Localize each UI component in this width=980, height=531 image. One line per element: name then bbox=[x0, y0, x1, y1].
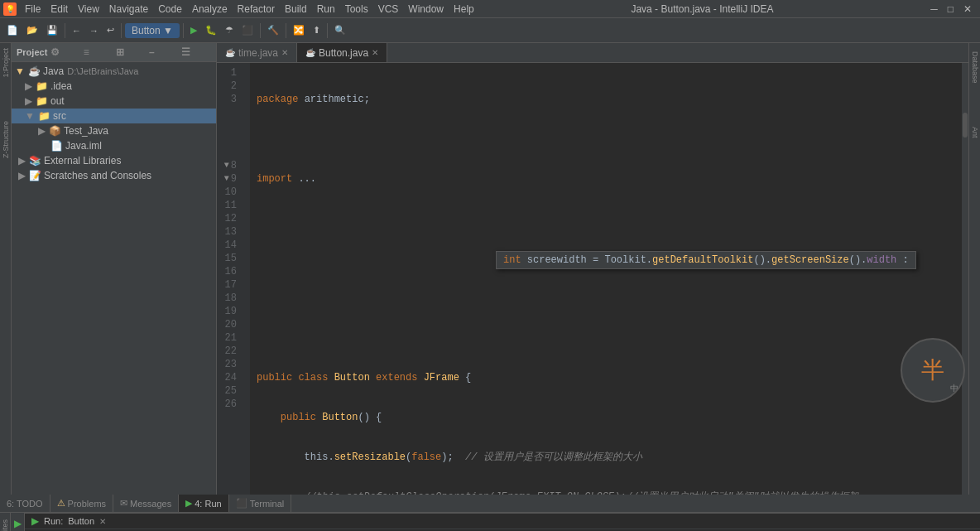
bottom-tab-run[interactable]: ▶ 4: Run bbox=[179, 495, 228, 512]
tab-buttonjava[interactable]: ☕ Button.java ✕ bbox=[297, 43, 387, 62]
gutter-4: 4 bbox=[217, 106, 243, 119]
menu-navigate[interactable]: Navigate bbox=[104, 2, 153, 17]
toolbar-new[interactable]: 📄 bbox=[3, 23, 22, 37]
run-tab-label: 4: Run bbox=[195, 499, 221, 509]
right-side-panel: Database Ant bbox=[968, 43, 980, 495]
run-controls-panel: ▶ ↑ ↓ 🖨 ⚙ bbox=[11, 513, 25, 531]
tab-timejava[interactable]: ☕ time.java ✕ bbox=[217, 43, 297, 62]
menu-bar: 💡 File Edit View Navigate Code Analyze R… bbox=[0, 0, 980, 18]
menu-tools[interactable]: Tools bbox=[340, 2, 373, 17]
toolbar-back[interactable]: ← bbox=[69, 24, 84, 37]
iml-file-icon: 📄 bbox=[50, 140, 63, 152]
tree-item-extlib[interactable]: ▶ 📚 External Libraries bbox=[12, 153, 216, 168]
code-line-6 bbox=[257, 292, 962, 305]
right-tab-database[interactable]: Database bbox=[969, 46, 981, 89]
tree-root[interactable]: ▼ ☕ Java D:\JetBrains\Java bbox=[12, 64, 216, 79]
toolbar-update[interactable]: ⬆ bbox=[310, 23, 324, 37]
window-title: Java - Button.java - IntelliJ IDEA bbox=[479, 3, 926, 15]
code-content[interactable]: package arithmetic; import ... public cl… bbox=[250, 63, 968, 495]
root-folder-icon: ▼ bbox=[15, 65, 25, 77]
toolbar-open[interactable]: 📂 bbox=[23, 23, 41, 37]
tree-expand-icon[interactable]: ⊞ bbox=[116, 46, 146, 58]
tree-root-label: Java bbox=[43, 65, 64, 77]
tree-item-scratches[interactable]: ▶ 📝 Scratches and Consoles bbox=[12, 168, 216, 183]
timejava-file-icon: ☕ bbox=[225, 48, 235, 57]
bottom-tab-terminal[interactable]: ⬛ Terminal bbox=[229, 495, 292, 512]
bottom-left-panel: 2: Favorites bbox=[0, 513, 11, 531]
toolbar-sep6 bbox=[327, 23, 328, 38]
menu-build[interactable]: Build bbox=[280, 2, 312, 17]
tree-item-idea[interactable]: ▶ 📁 .idea bbox=[12, 79, 216, 94]
toolbar-sep2 bbox=[121, 23, 122, 38]
gutter-2: 2 bbox=[217, 80, 243, 93]
tree-sort-icon[interactable]: ≡ bbox=[84, 46, 113, 58]
menu-refactor[interactable]: Refactor bbox=[233, 2, 280, 17]
menu-window[interactable]: Window bbox=[403, 2, 449, 17]
toolbar-debug[interactable]: 🐛 bbox=[202, 23, 220, 37]
fold-arrow-8[interactable]: ▼ bbox=[224, 159, 229, 172]
menu-file[interactable]: File bbox=[20, 2, 46, 17]
tree-collapse-icon[interactable]: – bbox=[149, 46, 179, 58]
tab-buttonjava-close[interactable]: ✕ bbox=[372, 48, 378, 57]
toolbar-stop[interactable]: ⬛ bbox=[238, 23, 257, 37]
run-config-label: Button ▼ bbox=[132, 25, 173, 36]
tab-timejava-close[interactable]: ✕ bbox=[281, 48, 288, 57]
right-tab-ant[interactable]: Ant bbox=[969, 122, 981, 143]
editor-scroll-thumb[interactable] bbox=[963, 113, 968, 138]
bottom-tab-problems[interactable]: ⚠ Problems bbox=[50, 495, 113, 512]
close-button[interactable]: ✕ bbox=[958, 2, 977, 17]
terminal-tab-label: Terminal bbox=[250, 499, 285, 509]
menu-view[interactable]: View bbox=[73, 2, 104, 17]
project-tree: Project ⚙ ≡ ⊞ – ☰ ▼ ☕ Java D:\JetBrains\… bbox=[12, 43, 217, 495]
tree-item-out[interactable]: ▶ 📁 out bbox=[12, 94, 216, 109]
toolbar-sep1 bbox=[65, 23, 65, 38]
tree-item-testjava[interactable]: ▶ 📦 Test_Java bbox=[12, 123, 216, 138]
toolbar-undo[interactable]: ↩ bbox=[103, 23, 118, 37]
toolbar-sep3 bbox=[183, 23, 184, 38]
tree-settings-icon[interactable]: ⚙ bbox=[50, 46, 80, 58]
bottom-tab-messages[interactable]: ✉ Messages bbox=[113, 495, 179, 512]
tree-body: ▼ ☕ Java D:\JetBrains\Java ▶ 📁 .idea ▶ 📁… bbox=[12, 62, 216, 495]
tree-gear-icon[interactable]: ☰ bbox=[181, 46, 211, 58]
gutter-26: 26 bbox=[217, 398, 243, 411]
run-close-icon[interactable]: ✕ bbox=[99, 517, 106, 526]
toolbar-forward[interactable]: → bbox=[86, 24, 102, 37]
run-output-panel: ▶ Run: Button ✕ ⚙ – "C:\Program Files\Ja… bbox=[25, 513, 980, 531]
editor-scrollbar[interactable] bbox=[962, 63, 968, 495]
bottom-with-side: 2: Favorites ▶ ↑ ↓ 🖨 ⚙ ▶ Run: Button ✕ ⚙… bbox=[0, 513, 980, 531]
maximize-button[interactable]: □ bbox=[943, 2, 958, 17]
toolbar-run[interactable]: ▶ bbox=[187, 23, 200, 37]
left-tab-structure[interactable]: Z-Structure bbox=[0, 116, 11, 163]
code-editor[interactable]: 1 2 3 4 5 6 7 ▼8 ▼9 10 11 12 13 14 15 16 bbox=[217, 63, 968, 495]
toolbar-search[interactable]: 🔍 bbox=[331, 23, 349, 37]
tree-item-iml[interactable]: 📄 Java.iml bbox=[12, 138, 216, 153]
menu-edit[interactable]: Edit bbox=[46, 2, 73, 17]
editor-tabs: ☕ time.java ✕ ☕ Button.java ✕ bbox=[217, 43, 968, 63]
menu-analyze[interactable]: Analyze bbox=[187, 2, 233, 17]
app-icon: 💡 bbox=[3, 2, 17, 16]
terminal-icon: ⬛ bbox=[236, 498, 247, 509]
toolbar-vcs[interactable]: 🔀 bbox=[290, 23, 308, 37]
problems-icon: ⚠ bbox=[57, 498, 65, 509]
menu-run[interactable]: Run bbox=[312, 2, 340, 17]
run-header: ▶ Run: Button ✕ ⚙ – bbox=[25, 514, 980, 529]
left-tab-project[interactable]: 1:Project bbox=[0, 43, 11, 83]
gutter-16: 16 bbox=[217, 265, 243, 278]
toolbar-save[interactable]: 💾 bbox=[43, 23, 61, 37]
run-rerun-button[interactable]: ▶ bbox=[12, 516, 23, 531]
problems-tab-label: Problems bbox=[68, 499, 106, 509]
tree-item-src[interactable]: ▼ 📁 src bbox=[12, 109, 216, 123]
menu-help[interactable]: Help bbox=[449, 2, 479, 17]
toolbar-run-with-coverage[interactable]: ☂ bbox=[222, 23, 237, 37]
bottom-tab-todo[interactable]: 6: TODO bbox=[0, 495, 50, 512]
menu-vcs[interactable]: VCS bbox=[373, 2, 404, 17]
toolbar-build[interactable]: 🔨 bbox=[264, 23, 282, 37]
fold-arrow-9[interactable]: ▼ bbox=[224, 172, 229, 186]
avatar-widget[interactable]: 半 中 bbox=[901, 338, 965, 403]
minimize-button[interactable]: ─ bbox=[925, 2, 943, 17]
src-folder-icon: 📁 bbox=[38, 110, 50, 122]
run-config-button[interactable]: Button ▼ bbox=[125, 23, 180, 38]
tree-label-idea: .idea bbox=[50, 80, 72, 92]
tooltip-keyword: int bbox=[503, 254, 521, 266]
menu-code[interactable]: Code bbox=[153, 2, 187, 17]
